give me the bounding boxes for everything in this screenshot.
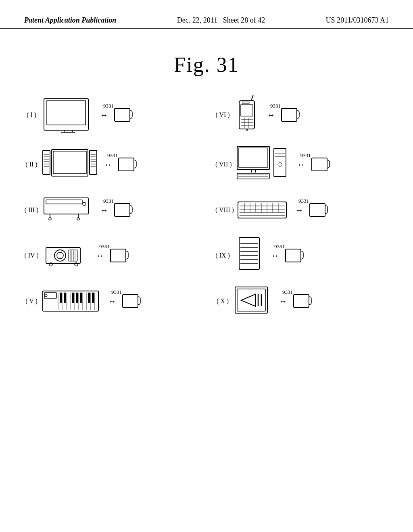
arrow-VI: 9331 ↔	[267, 111, 275, 119]
box-VIII	[309, 202, 328, 218]
svg-point-102	[45, 294, 47, 297]
ref-label-IV: 9331	[99, 243, 110, 250]
svg-rect-116	[76, 293, 78, 303]
svg-rect-114	[64, 293, 66, 303]
date: Dec. 22, 2011	[177, 16, 217, 24]
svg-rect-34	[237, 146, 269, 170]
svg-rect-1	[47, 101, 86, 125]
diagram-row-2: ( II )	[24, 144, 389, 185]
label-V: ( V )	[24, 297, 39, 305]
svg-rect-46	[44, 198, 88, 214]
ref-label-II: 9331	[107, 152, 118, 159]
label-III: ( III )	[24, 206, 39, 214]
svg-marker-123	[241, 294, 255, 306]
item-III: ( III ) 9331 ↔	[24, 192, 198, 228]
device-projector	[42, 239, 90, 272]
label-IX: ( IX )	[215, 252, 230, 259]
box-V	[122, 293, 141, 310]
svg-rect-25	[53, 151, 86, 174]
svg-rect-53	[115, 204, 130, 216]
svg-rect-14	[242, 102, 249, 104]
ref-label-VII: 9331	[300, 152, 311, 159]
ref-label-IX: 9331	[274, 243, 285, 250]
arrow-I: 9331 ↔	[100, 111, 108, 119]
ref-label-VI: 9331	[270, 103, 281, 109]
sheet: Sheet 28 of 42	[223, 16, 265, 24]
ref-label-V: 9331	[111, 289, 122, 295]
box-VII	[311, 156, 330, 173]
arrow-II: 9331 ↔	[104, 160, 112, 168]
svg-point-82	[54, 250, 66, 261]
arrow-VII: 9331 ↔	[297, 160, 305, 168]
device-desktop	[235, 144, 292, 185]
item-X: ( X ) 9331 ↔	[215, 283, 389, 319]
label-II: ( II )	[24, 161, 39, 168]
device-dvd	[42, 192, 94, 228]
svg-rect-121	[235, 287, 267, 313]
svg-rect-99	[286, 249, 301, 262]
arrow-IV: 9331 ↔	[96, 251, 104, 260]
svg-rect-45	[312, 158, 327, 171]
svg-rect-0	[44, 99, 88, 130]
publication-label: Patent Application Publication	[24, 16, 116, 25]
svg-rect-101	[44, 293, 56, 298]
svg-rect-91	[111, 249, 126, 262]
arrow-IX: 9331 ↔	[271, 251, 279, 260]
svg-rect-92	[239, 237, 259, 270]
svg-rect-17	[43, 150, 50, 175]
svg-rect-80	[310, 204, 325, 216]
svg-point-44	[278, 162, 282, 166]
svg-rect-38	[237, 173, 269, 179]
box-I	[114, 106, 133, 123]
svg-rect-7	[241, 105, 253, 116]
device-keyboard	[237, 198, 290, 222]
svg-point-15	[246, 129, 248, 131]
label-I: ( I )	[24, 111, 39, 118]
box-IV	[110, 247, 129, 264]
svg-point-83	[57, 252, 63, 259]
device-tv	[42, 97, 94, 133]
diagram-row-5: ( V )	[24, 283, 389, 319]
diagram-row-3: ( III ) 9331 ↔	[24, 192, 389, 228]
device-phone	[233, 93, 261, 137]
patent-number: US 2011/0310673 A1	[326, 16, 389, 25]
ref-label-X: 9331	[282, 289, 293, 295]
item-VII: ( VII )	[215, 144, 389, 185]
label-VIII: ( VIII )	[215, 206, 234, 214]
item-I: ( I ) 9331 ↔	[24, 97, 198, 133]
item-IV: ( IV )	[24, 239, 198, 272]
svg-rect-120	[123, 295, 138, 308]
svg-rect-119	[92, 293, 94, 303]
box-III	[114, 202, 133, 218]
svg-rect-16	[282, 108, 297, 121]
item-IX: ( IX ) 9331 ↔	[215, 235, 389, 276]
arrow-III: 9331 ↔	[100, 206, 108, 214]
device-monitor	[42, 146, 98, 183]
box-IX	[285, 247, 304, 264]
date-sheet: Dec. 22, 2011 Sheet 28 of 42	[177, 16, 265, 25]
svg-rect-47	[46, 200, 82, 204]
svg-point-48	[83, 202, 86, 206]
device-server	[233, 235, 265, 276]
svg-rect-118	[88, 293, 90, 303]
diagram-row-4: ( IV )	[24, 235, 389, 276]
svg-rect-35	[239, 148, 268, 167]
svg-rect-24	[52, 150, 88, 176]
ref-label-VIII: 9331	[298, 198, 309, 204]
arrow-V: 9331 ↔	[108, 297, 116, 305]
box-X	[293, 293, 312, 310]
diagram-area: ( I ) 9331 ↔	[0, 93, 413, 326]
ref-label-I: 9331	[103, 103, 114, 109]
svg-rect-33	[119, 158, 134, 171]
box-VI	[281, 106, 300, 123]
svg-rect-113	[60, 293, 62, 303]
box-II	[118, 156, 137, 173]
label-X: ( X )	[215, 297, 230, 305]
label-VII: ( VII )	[215, 161, 232, 168]
svg-rect-126	[294, 295, 309, 308]
device-media	[233, 283, 273, 319]
svg-rect-5	[115, 108, 130, 121]
arrow-VIII: 9331 ↔	[295, 206, 303, 214]
label-VI: ( VI )	[215, 111, 230, 118]
svg-rect-84	[69, 250, 77, 261]
